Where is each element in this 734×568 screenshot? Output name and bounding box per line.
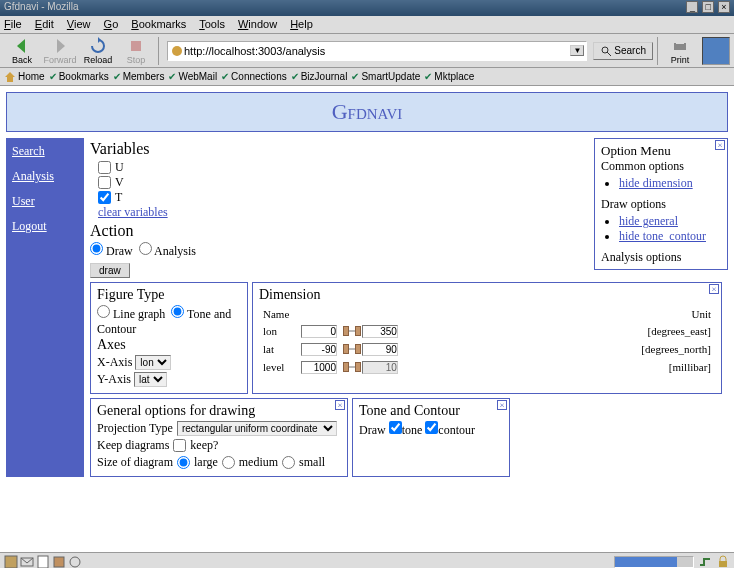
dim-name-header: Name [261, 307, 297, 321]
tone-close-icon[interactable]: × [497, 400, 507, 410]
sidebar-item-search[interactable]: Search [12, 144, 78, 159]
linkbar-smartupdate[interactable]: ✔SmartUpdate [351, 71, 420, 82]
dim-level-slider[interactable] [343, 360, 356, 374]
clear-variables-link[interactable]: clear variables [98, 205, 168, 219]
hide-tone-contour-link[interactable]: hide tone_contour [619, 229, 706, 243]
menu-bookmarks[interactable]: Bookmarks [131, 18, 186, 30]
linkbar-bizjournal[interactable]: ✔BizJournal [291, 71, 348, 82]
dim-unit-header: Unit [402, 307, 713, 321]
maximize-button[interactable]: □ [702, 1, 714, 13]
stop-button[interactable]: Stop [118, 37, 154, 65]
window-title: Gfdnavi - Mozilla [4, 1, 78, 15]
lock-icon[interactable] [716, 555, 730, 569]
minimize-button[interactable]: _ [686, 1, 698, 13]
linkbar-bookmarks[interactable]: ✔Bookmarks [49, 71, 109, 82]
dim-row-lat: lat [degrees_north] [261, 341, 713, 357]
dim-row-lon: lon [degrees_east] [261, 323, 713, 339]
figure-type-panel: Figure Type Line graph Tone and Contour … [90, 282, 248, 394]
online-icon[interactable] [698, 555, 712, 569]
yaxis-select[interactable]: lat [134, 372, 167, 387]
dim-lat-slider[interactable] [343, 342, 356, 356]
mail-icon[interactable] [20, 555, 34, 569]
sidebar-item-logout[interactable]: Logout [12, 219, 78, 234]
xaxis-select[interactable]: lon [135, 355, 171, 370]
url-dropdown-icon[interactable]: ▼ [570, 45, 584, 56]
size-label: Size of diagram [97, 455, 173, 470]
irc-icon[interactable] [68, 555, 82, 569]
forward-button[interactable]: Forward [42, 37, 78, 65]
tone-heading: Tone and Contour [359, 403, 503, 419]
action-analysis-radio[interactable] [139, 242, 152, 255]
svg-line-3 [607, 52, 611, 56]
home-icon [4, 71, 16, 83]
svg-rect-9 [54, 557, 64, 567]
addressbook-icon[interactable] [52, 555, 66, 569]
svg-rect-0 [131, 41, 141, 51]
menu-tools[interactable]: Tools [199, 18, 225, 30]
back-button[interactable]: Back [4, 37, 40, 65]
linkbar-members[interactable]: ✔Members [113, 71, 165, 82]
menu-window[interactable]: Window [238, 18, 277, 30]
optmenu-close-icon[interactable]: × [715, 140, 725, 150]
action-draw-label: Draw [106, 244, 133, 258]
figtype-tone-radio[interactable] [171, 305, 184, 318]
navigator-icon[interactable] [4, 555, 18, 569]
projection-select[interactable]: rectangular uniform coordinate [177, 421, 337, 436]
size-large-radio[interactable] [177, 456, 190, 469]
action-draw-radio[interactable] [90, 242, 103, 255]
size-small-radio[interactable] [282, 456, 295, 469]
dim-level-lo-input[interactable] [301, 361, 337, 374]
bookmark-icon: ✔ [168, 71, 176, 82]
print-button[interactable]: Print [662, 37, 698, 65]
figtype-line-radio[interactable] [97, 305, 110, 318]
throbber [702, 37, 730, 65]
var-t-checkbox[interactable] [98, 191, 111, 204]
dim-lat-lo-input[interactable] [301, 343, 337, 356]
composer-icon[interactable] [36, 555, 50, 569]
url-input[interactable] [184, 45, 570, 57]
search-button[interactable]: Search [593, 42, 653, 60]
bookmark-icon: ✔ [351, 71, 359, 82]
contour-checkbox[interactable] [425, 421, 438, 434]
genopts-close-icon[interactable]: × [335, 400, 345, 410]
draw-button[interactable]: draw [90, 263, 130, 278]
toolbar: Back Forward Reload Stop ▼ Search Print [0, 34, 734, 68]
linkbar-connections[interactable]: ✔Connections [221, 71, 287, 82]
optmenu-analysis-heading: Analysis options [601, 250, 721, 265]
menu-view[interactable]: View [67, 18, 91, 30]
window-buttons: _ □ × [685, 1, 730, 15]
option-menu-panel: × Option Menu Common options hide dimens… [594, 138, 728, 270]
var-v-checkbox[interactable] [98, 176, 111, 189]
dim-lon-slider[interactable] [343, 324, 356, 338]
menu-file[interactable]: File [4, 18, 22, 30]
sidebar-item-user[interactable]: User [12, 194, 78, 209]
linkbar-webmail[interactable]: ✔WebMail [168, 71, 217, 82]
hide-dimension-link[interactable]: hide dimension [619, 176, 693, 190]
reload-icon [89, 37, 107, 55]
general-options-panel: × General options for drawing Projection… [90, 398, 348, 477]
app-title: Gfdnavi [332, 99, 403, 124]
bookmark-icon: ✔ [424, 71, 432, 82]
linkbar-home[interactable]: Home [4, 71, 45, 83]
menu-edit[interactable]: Edit [35, 18, 54, 30]
close-button[interactable]: × [718, 1, 730, 13]
keep-checkbox[interactable] [173, 439, 186, 452]
size-medium-radio[interactable] [222, 456, 235, 469]
tone-checkbox[interactable] [389, 421, 402, 434]
bookmark-icon: ✔ [221, 71, 229, 82]
projection-label: Projection Type [97, 421, 173, 436]
dim-lon-hi-input[interactable] [362, 325, 398, 338]
menu-help[interactable]: Help [290, 18, 313, 30]
dimension-close-icon[interactable]: × [709, 284, 719, 294]
dim-lon-lo-input[interactable] [301, 325, 337, 338]
hide-general-link[interactable]: hide general [619, 214, 678, 228]
keep-opt-label: keep? [190, 438, 218, 453]
linkbar-mktplace[interactable]: ✔Mktplace [424, 71, 474, 82]
menu-go[interactable]: Go [104, 18, 119, 30]
figure-type-heading: Figure Type [97, 287, 241, 303]
sidebar-item-analysis[interactable]: Analysis [12, 169, 78, 184]
var-u-checkbox[interactable] [98, 161, 111, 174]
keep-label: Keep diagrams [97, 438, 169, 453]
dim-lat-hi-input[interactable] [362, 343, 398, 356]
reload-button[interactable]: Reload [80, 37, 116, 65]
